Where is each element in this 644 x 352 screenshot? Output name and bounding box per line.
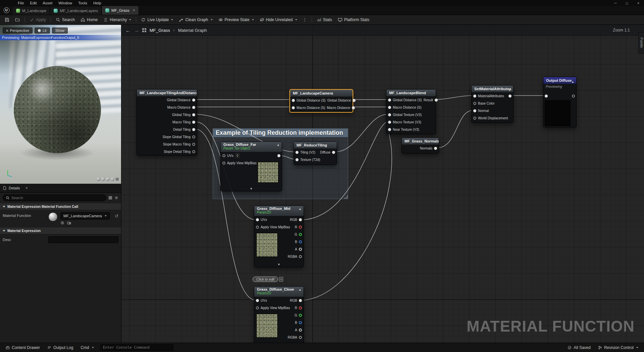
forward-arrow-icon[interactable]: → (134, 27, 139, 33)
menu-tools[interactable]: Tools (75, 0, 90, 6)
breadcrumb-root[interactable]: MF_Grass (150, 28, 170, 33)
unreal-logo-button[interactable]: U (0, 6, 13, 15)
details-search-box[interactable] (3, 194, 106, 201)
details-search-input[interactable] (11, 196, 103, 200)
cylinder-shape-button[interactable] (97, 177, 100, 181)
tab-close-icon[interactable]: × (133, 8, 135, 13)
browse-to-asset-icon[interactable] (67, 221, 71, 225)
output-pin[interactable] (572, 95, 575, 98)
material-graph-canvas[interactable]: MATERIAL FUNCTION Example of Tiling Redu… (121, 25, 644, 343)
cmd-button[interactable]: Cmd (77, 344, 97, 351)
input-pin[interactable] (256, 299, 259, 302)
gear-icon[interactable] (114, 196, 118, 200)
output-pin[interactable] (192, 121, 195, 124)
input-pin[interactable] (296, 158, 299, 161)
tab-mf-grass[interactable]: MF_Grass × (102, 6, 139, 15)
chevron-up-icon[interactable]: ▲ (277, 143, 280, 146)
apply-button[interactable]: Apply (27, 16, 49, 24)
plane-shape-button[interactable] (106, 177, 110, 181)
chevron-down-icon[interactable]: ▼ (221, 187, 282, 190)
output-pin-rgba[interactable] (299, 255, 302, 258)
node-mf-reduce-tiling[interactable]: MF_ReduceTiling Tiling (V2) Diffuse Text… (293, 141, 337, 165)
output-pin-g[interactable] (299, 314, 302, 317)
input-pin[interactable] (222, 154, 225, 157)
content-drawer-button[interactable]: Content Drawer (3, 344, 43, 351)
sphere-shape-button[interactable] (101, 177, 105, 181)
tab-mf-landscapelayers[interactable]: MF_LandscapeLayers (50, 7, 102, 15)
desc-input[interactable] (48, 236, 118, 243)
output-pin[interactable] (192, 150, 195, 153)
node-grass-diffuse-mid[interactable]: Grass_Diffuse_Mid Param2D ▲ UVs Apply Vi… (254, 206, 304, 267)
output-pin-a[interactable] (299, 248, 302, 251)
output-pin[interactable] (192, 135, 195, 138)
hide-unrelated-button[interactable]: Hide Unrelated (257, 16, 300, 24)
all-saved-button[interactable]: All Saved (565, 344, 594, 351)
menu-help[interactable]: Help (90, 0, 104, 6)
output-pin[interactable] (508, 95, 512, 98)
input-pin[interactable] (388, 121, 391, 124)
graph-navigation-icon[interactable] (142, 28, 146, 32)
input-pin[interactable] (473, 109, 476, 112)
stats-button[interactable]: Stats (314, 16, 335, 24)
live-update-button[interactable]: Live Update (138, 16, 176, 24)
node-grass-diffuse-far[interactable]: Grass_Diffuse_Far Param Tex Object ▲ UVs… (220, 141, 282, 191)
details-tab[interactable]: Details (9, 186, 20, 190)
input-pin[interactable] (388, 99, 391, 102)
preview-state-button[interactable]: Preview State (216, 16, 257, 24)
clean-graph-button[interactable]: Clean Graph (176, 16, 215, 24)
chevron-down-icon[interactable]: ▼ (254, 263, 304, 266)
output-pin[interactable] (192, 128, 195, 131)
menu-file[interactable]: File (15, 0, 27, 6)
material-preview-viewport[interactable]: Previewing: MaterialExpressionFunctionOu… (0, 25, 121, 184)
chevron-up-icon[interactable]: ▲ (299, 288, 302, 291)
breadcrumb-page[interactable]: Material Graph (178, 28, 207, 33)
browse-button[interactable] (12, 16, 22, 24)
input-pin[interactable] (256, 226, 259, 229)
output-pin[interactable] (192, 113, 195, 116)
node-mf-grass-normals[interactable]: MF_Grass_Normals Normals (401, 137, 439, 154)
lit-mode-button[interactable]: Lit (35, 27, 50, 34)
output-pin[interactable] (353, 99, 356, 102)
output-log-button[interactable]: Output Log (44, 344, 76, 351)
input-pin[interactable] (388, 113, 391, 116)
node-mf-landscape-tiling-and-distance[interactable]: MF_LandscapeTilingAndDistance Global Dis… (137, 89, 197, 156)
palette-tab[interactable]: Palette (638, 32, 644, 54)
input-pin[interactable] (388, 106, 391, 109)
input-pin[interactable] (473, 102, 476, 105)
reset-to-default-icon[interactable]: ↺ (115, 212, 118, 219)
bubble-grip-icon[interactable]: ≡ (279, 277, 283, 282)
show-menu-button[interactable]: Show (52, 27, 68, 34)
output-pin-rgba[interactable] (299, 336, 302, 339)
output-pin-b[interactable] (299, 321, 302, 324)
output-pin-a[interactable] (299, 329, 302, 332)
menu-window[interactable]: Window (55, 0, 75, 6)
revision-control-button[interactable]: Revision Control (595, 344, 641, 351)
input-pin[interactable] (292, 106, 295, 109)
maximize-button[interactable]: □ (621, 0, 633, 6)
close-button[interactable]: × (633, 0, 644, 6)
back-arrow-icon[interactable]: ← (125, 27, 130, 33)
output-pin[interactable] (434, 147, 437, 150)
custom-mesh-button[interactable] (115, 177, 119, 181)
minimize-button[interactable]: ─ (610, 0, 621, 6)
chevron-up-icon[interactable]: ▲ (299, 207, 302, 211)
output-pin-r[interactable] (299, 226, 302, 229)
comment-bubble-editor[interactable]: Click to edit ≡ (253, 277, 283, 282)
output-pin-b[interactable] (299, 240, 302, 243)
console-command-input[interactable] (103, 345, 171, 350)
node-grass-diffuse-close[interactable]: Grass_Diffuse_Close Param2D ▲ UVs Apply … (254, 286, 304, 343)
home-button[interactable]: Home (78, 16, 100, 24)
console-command-box[interactable] (100, 344, 173, 351)
material-function-dropdown[interactable]: MF_LandscapeCamera (60, 212, 110, 220)
output-pin-g[interactable] (299, 233, 302, 236)
cube-shape-button[interactable] (111, 177, 114, 181)
output-pin[interactable] (192, 99, 195, 102)
output-pin[interactable] (299, 299, 302, 302)
input-pin[interactable] (222, 162, 225, 165)
output-pin[interactable] (352, 106, 355, 109)
section-material-function-call[interactable]: Material Expression Material Function Ca… (0, 203, 121, 210)
input-pin[interactable] (473, 117, 476, 120)
input-pin[interactable] (473, 95, 476, 98)
output-pin[interactable] (332, 151, 335, 154)
viewport-menu-button[interactable]: ≡ Perspective (3, 27, 33, 34)
